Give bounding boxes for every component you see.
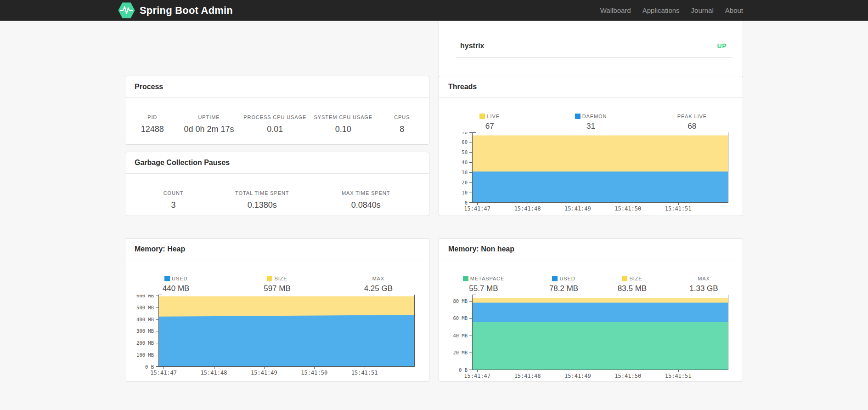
svg-text:15:41:48: 15:41:48 [514, 373, 541, 379]
svg-text:15:41:50: 15:41:50 [614, 373, 641, 379]
status-badge: UP [717, 42, 727, 50]
stat-heap-max-label: MAX [328, 276, 429, 281]
gc-card-header: Garbage Collection Pauses [125, 152, 429, 174]
stat-gc-max-value: 0.0840s [303, 200, 429, 210]
stat-threads-daemon-value: 31 [540, 122, 641, 131]
brand[interactable]: Spring Boot Admin [118, 2, 233, 19]
stat-process-cpu-label: PROCESS CPU USAGE [239, 114, 312, 120]
svg-text:200 MB: 200 MB [136, 340, 154, 346]
svg-text:20: 20 [462, 180, 468, 185]
nav-link-applications[interactable]: Applications [643, 6, 680, 14]
stat-heap-max-value: 4.25 GB [328, 284, 429, 293]
nonheap-chart: 0 B20 MB40 MB60 MB80 MB15:41:4715:41:481… [445, 295, 743, 380]
stat-uptime: UPTIME 0d 0h 2m 17s [179, 114, 238, 134]
navbar-inner: Spring Boot Admin Wallboard Applications… [125, 0, 743, 21]
stat-heap-size-value: 597 MB [226, 284, 327, 293]
svg-text:500 MB: 500 MB [136, 305, 154, 310]
navbar: Spring Boot Admin Wallboard Applications… [0, 0, 868, 21]
stat-cpus-label: CPUS [375, 114, 429, 120]
svg-text:15:41:48: 15:41:48 [201, 370, 227, 376]
svg-text:15:41:47: 15:41:47 [464, 373, 490, 379]
svg-text:70: 70 [462, 132, 468, 135]
stat-gc-count-value: 3 [125, 200, 221, 210]
stat-nonheap-used-value: 78.2 MB [528, 284, 599, 293]
svg-text:60 MB: 60 MB [453, 315, 468, 321]
stat-pid-value: 12488 [125, 125, 179, 134]
gc-card-title: Garbage Collection Pauses [135, 159, 230, 166]
svg-text:15:41:48: 15:41:48 [514, 205, 541, 212]
process-stats: PID 12488 UPTIME 0d 0h 2m 17s PROCESS CP… [125, 114, 429, 134]
svg-text:15:41:49: 15:41:49 [251, 370, 277, 376]
stat-nonheap-max: MAX 1.33 GB [665, 276, 743, 293]
nav-link-about[interactable]: About [725, 6, 743, 14]
svg-text:100 MB: 100 MB [136, 352, 154, 358]
stat-heap-size: SIZE 597 MB [226, 276, 327, 293]
svg-text:15:41:50: 15:41:50 [301, 370, 327, 376]
stat-heap-used: USED 440 MB [125, 276, 226, 293]
used-legend-swatch [164, 276, 170, 281]
stat-nonheap-max-value: 1.33 GB [665, 284, 743, 293]
gc-card: Garbage Collection Pauses COUNT 3 TOTAL … [125, 152, 429, 216]
stat-nonheap-used: USED 78.2 MB [528, 276, 599, 293]
svg-text:400 MB: 400 MB [136, 317, 154, 322]
brand-title: Spring Boot Admin [140, 5, 233, 17]
svg-text:0 B: 0 B [459, 367, 468, 373]
size-legend-swatch [267, 276, 272, 281]
svg-text:40: 40 [462, 159, 468, 165]
stat-threads-live-value: 67 [439, 122, 540, 131]
stat-nonheap-metaspace: METASPACE 55.7 MB [439, 276, 528, 293]
nav-link-journal[interactable]: Journal [691, 6, 714, 14]
stat-threads-daemon-label: DAEMON [540, 114, 641, 119]
svg-text:15:41:47: 15:41:47 [464, 205, 490, 212]
stat-system-cpu-label: SYSTEM CPU USAGE [311, 114, 375, 120]
threads-card-title: Threads [448, 83, 477, 91]
stat-heap-max: MAX 4.25 GB [328, 276, 429, 293]
svg-text:300 MB: 300 MB [136, 328, 154, 334]
main-content: hystrix UP Process PID 12488 UPTIME 0d 0… [125, 21, 743, 410]
threads-stats: LIVE 67 DAEMON 31 PEAK LIVE 68 [439, 114, 743, 131]
svg-text:20 MB: 20 MB [453, 350, 468, 355]
svg-text:15:41:50: 15:41:50 [614, 205, 641, 212]
threads-chart: 01020304050607015:41:4715:41:4815:41:491… [445, 132, 743, 212]
svg-text:15:41:49: 15:41:49 [564, 205, 591, 212]
stat-gc-count-label: COUNT [125, 190, 221, 196]
stat-threads-peak-label: PEAK LIVE [642, 114, 743, 119]
svg-text:30: 30 [462, 170, 468, 175]
stat-nonheap-max-label: MAX [665, 276, 743, 281]
stat-system-cpu: SYSTEM CPU USAGE 0.10 [311, 114, 375, 134]
size-legend-swatch [622, 276, 627, 281]
metaspace-legend-swatch [463, 276, 468, 281]
stat-system-cpu-value: 0.10 [311, 125, 375, 134]
gc-stats: COUNT 3 TOTAL TIME SPENT 0.1380s MAX TIM… [125, 190, 429, 210]
stat-threads-peak-value: 68 [642, 122, 743, 131]
nonheap-card: Memory: Non heap METASPACE 55.7 MB USED … [439, 238, 743, 382]
svg-text:50: 50 [462, 149, 468, 155]
stat-threads-daemon: DAEMON 31 [540, 114, 641, 131]
stat-gc-count: COUNT 3 [125, 190, 221, 210]
stat-threads-live: LIVE 67 [439, 114, 540, 131]
svg-text:15:41:49: 15:41:49 [564, 373, 591, 379]
svg-text:0 B: 0 B [145, 364, 154, 370]
threads-card: Threads LIVE 67 DAEMON 31 PEAK LIVE [439, 76, 743, 216]
stat-nonheap-size-value: 83.5 MB [599, 284, 665, 293]
stat-uptime-label: UPTIME [179, 114, 238, 120]
stat-heap-used-value: 440 MB [125, 284, 226, 293]
stat-gc-max-label: MAX TIME SPENT [303, 190, 429, 196]
stat-threads-peak: PEAK LIVE 68 [642, 114, 743, 131]
daemon-legend-swatch [575, 114, 581, 119]
stat-gc-total-label: TOTAL TIME SPENT [221, 190, 303, 196]
heap-card-title: Memory: Heap [135, 245, 185, 253]
nonheap-stats: METASPACE 55.7 MB USED 78.2 MB SIZE 83.5… [439, 276, 743, 293]
stat-heap-used-label: USED [125, 276, 226, 281]
application-row[interactable]: hystrix UP [456, 41, 733, 58]
nav-link-wallboard[interactable]: Wallboard [600, 6, 631, 14]
svg-text:15:41:47: 15:41:47 [150, 370, 177, 376]
stat-pid: PID 12488 [125, 114, 179, 134]
heap-chart: 0 B100 MB200 MB300 MB400 MB500 MB600 MB1… [131, 295, 429, 376]
stat-cpus-value: 8 [375, 125, 429, 134]
heap-card-header: Memory: Heap [125, 239, 429, 260]
spring-boot-admin-logo-icon [118, 2, 135, 19]
svg-text:0: 0 [465, 200, 468, 205]
stat-gc-total-value: 0.1380s [221, 200, 303, 210]
stat-nonheap-used-label: USED [528, 276, 599, 281]
